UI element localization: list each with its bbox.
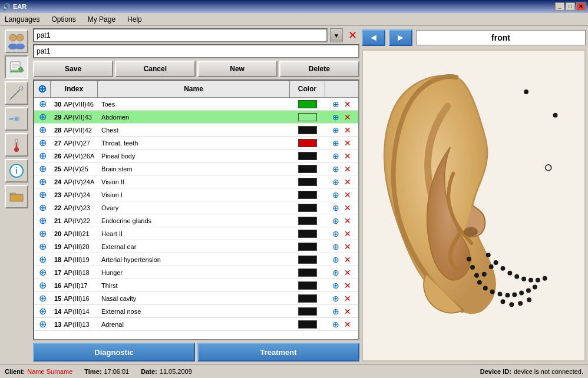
patient-search-input[interactable] [33, 28, 328, 42]
delete-button[interactable]: Delete [279, 61, 359, 77]
row-delete-button[interactable]: ✕ [342, 99, 353, 110]
menu-languages[interactable]: Languages [2, 14, 42, 25]
row-color-cell[interactable] [290, 190, 325, 200]
row-delete-button[interactable]: ✕ [342, 177, 353, 187]
row-color-cell[interactable] [290, 151, 325, 161]
row-add-button[interactable]: ⊕ [331, 99, 341, 110]
color-swatch[interactable] [298, 165, 317, 173]
table-row[interactable]: ⊕ 26 AP(VI)26A Pineal body ⊕ ✕ [34, 150, 358, 163]
row-color-cell[interactable] [290, 138, 325, 148]
color-swatch[interactable] [298, 294, 317, 303]
color-swatch[interactable] [298, 178, 317, 186]
row-delete-button[interactable]: ✕ [342, 112, 353, 122]
maximize-button[interactable]: □ [566, 2, 575, 11]
table-row[interactable]: ⊕ 14 AP(III)14 External nose ⊕ ✕ [34, 305, 358, 318]
row-add-icon[interactable]: ⊕ [39, 202, 47, 213]
row-delete-button[interactable]: ✕ [342, 151, 353, 161]
row-add-icon[interactable]: ⊕ [39, 137, 47, 148]
table-row[interactable]: ⊕ 22 AP(IV)23 Ovary ⊕ ✕ [34, 201, 358, 214]
row-delete-button[interactable]: ✕ [342, 203, 353, 213]
row-add-button[interactable]: ⊕ [331, 254, 341, 265]
edit-icon-button[interactable] [5, 55, 28, 79]
menu-help[interactable]: Help [125, 14, 144, 25]
row-color-cell[interactable] [290, 100, 325, 109]
color-swatch[interactable] [298, 243, 317, 251]
row-add-button[interactable]: ⊕ [331, 267, 341, 278]
row-add-icon[interactable]: ⊕ [39, 215, 47, 226]
row-delete-button[interactable]: ✕ [342, 125, 353, 135]
color-swatch[interactable] [298, 100, 317, 108]
row-color-cell[interactable] [290, 164, 325, 174]
row-color-cell[interactable] [290, 229, 325, 238]
new-button[interactable]: New [197, 61, 278, 77]
color-swatch[interactable] [298, 268, 317, 277]
table-row[interactable]: ⊕ 25 AP(V)25 Brain stem ⊕ ✕ [34, 163, 358, 175]
add-all-icon[interactable]: ⊕ [38, 82, 47, 95]
row-color-cell[interactable] [290, 203, 325, 213]
color-swatch[interactable] [298, 113, 317, 121]
menu-options[interactable]: Options [49, 14, 78, 25]
row-add-icon[interactable]: ⊕ [39, 319, 47, 330]
row-add-icon[interactable]: ⊕ [39, 293, 47, 304]
save-button[interactable]: Save [33, 61, 113, 77]
close-button[interactable]: ✕ [576, 2, 586, 11]
row-add-button[interactable]: ⊕ [331, 203, 341, 213]
row-add-button[interactable]: ⊕ [331, 112, 341, 122]
row-add-icon[interactable]: ⊕ [39, 163, 47, 174]
needle-icon-button[interactable] [5, 81, 28, 105]
minimize-button[interactable]: _ [555, 2, 564, 11]
row-add-icon[interactable]: ⊕ [39, 306, 47, 317]
table-row[interactable]: ⊕ 18 AP(III)19 Arterial hypertension ⊕ ✕ [34, 253, 358, 266]
row-color-cell[interactable] [290, 216, 325, 226]
row-color-cell[interactable] [290, 177, 325, 187]
table-row[interactable]: ⊕ 16 AP(II)17 Thirst ⊕ ✕ [34, 279, 358, 292]
thermometer-icon-button[interactable] [5, 133, 28, 157]
row-add-icon[interactable]: ⊕ [39, 124, 47, 135]
row-add-icon[interactable]: ⊕ [39, 98, 47, 110]
row-add-icon[interactable]: ⊕ [39, 150, 47, 161]
row-color-cell[interactable] [290, 242, 325, 251]
color-swatch[interactable] [298, 230, 317, 238]
table-row[interactable]: ⊕ 13 AP(III)13 Adrenal ⊕ ✕ [34, 318, 358, 331]
row-add-button[interactable]: ⊕ [331, 177, 341, 187]
color-swatch[interactable] [298, 204, 317, 212]
row-delete-button[interactable]: ✕ [342, 293, 353, 304]
table-row[interactable]: ⊕ 27 AP(IV)27 Throat, teeth ⊕ ✕ [34, 137, 358, 150]
row-delete-button[interactable]: ✕ [342, 138, 353, 148]
row-delete-button[interactable]: ✕ [342, 306, 353, 317]
diagnostic-button[interactable]: Diagnostic [33, 343, 195, 362]
row-add-button[interactable]: ⊕ [331, 138, 341, 148]
row-color-cell[interactable] [290, 255, 325, 264]
table-row[interactable]: ⊕ 28 AP(VII)42 Chest ⊕ ✕ [34, 124, 358, 137]
color-swatch[interactable] [298, 152, 317, 160]
row-add-button[interactable]: ⊕ [331, 125, 341, 135]
row-add-button[interactable]: ⊕ [331, 190, 341, 200]
color-swatch[interactable] [298, 191, 317, 199]
table-row[interactable]: ⊕ 15 AP(III)16 Nasal cavity ⊕ ✕ [34, 292, 358, 305]
row-add-icon[interactable]: ⊕ [39, 111, 47, 122]
info-icon-button[interactable]: i [5, 159, 28, 183]
color-swatch[interactable] [298, 126, 317, 134]
row-add-button[interactable]: ⊕ [331, 151, 341, 161]
nav-next-button[interactable]: ► [389, 29, 412, 46]
row-add-icon[interactable]: ⊕ [39, 228, 47, 239]
patient-clear-button[interactable]: ✕ [345, 28, 359, 42]
color-swatch[interactable] [298, 281, 317, 290]
color-swatch[interactable] [298, 307, 317, 316]
menu-mypage[interactable]: My Page [85, 14, 118, 25]
row-delete-button[interactable]: ✕ [342, 280, 353, 291]
row-add-button[interactable]: ⊕ [331, 306, 341, 317]
color-swatch[interactable] [298, 139, 317, 147]
table-row[interactable]: ⊕ 29 AP(VII)43 Abdomen ⊕ ✕ [34, 111, 358, 124]
row-color-cell[interactable] [290, 112, 325, 122]
row-delete-button[interactable]: ✕ [342, 319, 353, 330]
row-delete-button[interactable]: ✕ [342, 190, 353, 200]
nav-prev-button[interactable]: ◄ [362, 29, 385, 46]
color-swatch[interactable] [298, 320, 317, 329]
folder-icon-button[interactable] [5, 185, 28, 208]
laser-icon-button[interactable] [5, 107, 28, 131]
row-color-cell[interactable] [290, 320, 325, 329]
row-color-cell[interactable] [290, 307, 325, 316]
row-add-icon[interactable]: ⊕ [39, 189, 47, 200]
patient-icon-button[interactable] [5, 29, 28, 53]
